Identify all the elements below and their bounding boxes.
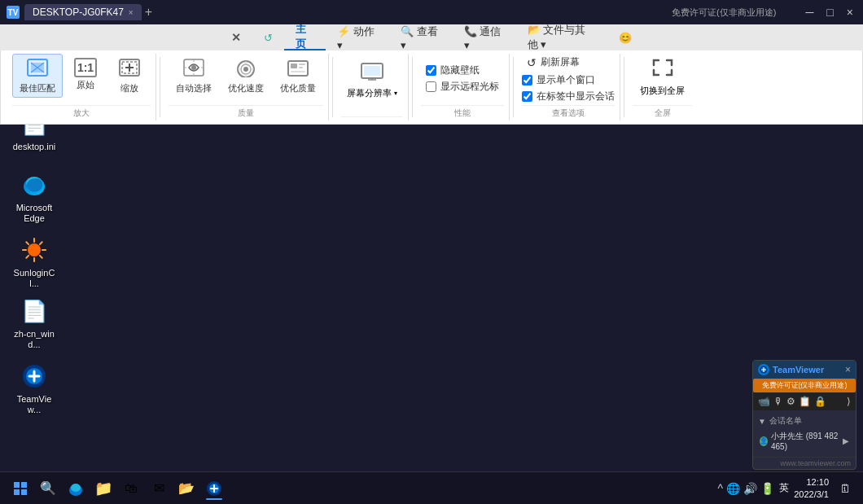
- tv-toolbar-clipboard[interactable]: 📋: [799, 396, 811, 407]
- hide-wallpaper-checkbox[interactable]: [426, 65, 436, 76]
- svg-rect-9: [288, 61, 308, 76]
- divider5: [624, 57, 624, 117]
- svg-point-5: [191, 65, 196, 70]
- svg-point-8: [243, 67, 248, 72]
- show-remote-cursor-checkbox[interactable]: [426, 81, 436, 92]
- tab-file[interactable]: 📂 文件与其他 ▾: [516, 24, 607, 50]
- tab-action[interactable]: ⚡ 动作 ▾: [326, 24, 389, 50]
- tab-label: DESKTOP-JG0FK47: [33, 7, 124, 18]
- tv-toolbar-mic[interactable]: 🎙: [773, 396, 783, 407]
- view-options-items: ↺ 刷新屏幕 显示单个窗口 在标签中显示会话: [522, 54, 615, 103]
- fullscreen-icon: [651, 58, 674, 82]
- tv-section-header: ▼ 会话名单: [758, 414, 851, 428]
- show-session-tab-checkbox[interactable]: [522, 91, 532, 102]
- zoom-icon: [118, 58, 141, 81]
- taskbar-teamviewer[interactable]: [200, 475, 228, 502]
- tv-toolbar-settings[interactable]: ⚙: [786, 396, 795, 407]
- view-options-group: ↺ 刷新屏幕 显示单个窗口 在标签中显示会话 查看选项: [517, 54, 620, 121]
- title-right: 免费许可证(仅非商业用途) ─ □ ×: [672, 6, 856, 19]
- original-button[interactable]: 1:1 原始: [64, 54, 107, 94]
- notification-button[interactable]: 🗓: [834, 477, 856, 500]
- screen-res-icon: [360, 61, 384, 85]
- maximize-button[interactable]: □: [823, 6, 836, 19]
- tab-view[interactable]: 🔍 查看 ▾: [389, 24, 453, 50]
- desktop-icon-zhcn[interactable]: 📄 zh-cn_wind...: [8, 293, 60, 353]
- best-fit-label: 最佳匹配: [20, 83, 55, 94]
- tray-battery[interactable]: 🔋: [760, 482, 774, 495]
- opt-quality-button[interactable]: 优化质量: [273, 54, 323, 98]
- screen-res-arrow: ▾: [394, 90, 397, 97]
- teamviewer-desktop-icon: [20, 362, 49, 391]
- taskbar-edge[interactable]: [62, 475, 90, 502]
- fullscreen-button[interactable]: 切换到全屏: [633, 54, 692, 101]
- ribbon-tabs: ✕ ↺ 主页 ⚡ 动作 ▾ 🔍 查看 ▾ 📞 通信 ▾ 📂 文件与其他 ▾ 😊: [0, 24, 863, 50]
- zoom-group-label: 放大: [12, 105, 151, 121]
- opt-speed-button[interactable]: 优化速度: [221, 54, 271, 98]
- show-session-tab-check[interactable]: 在标签中显示会话: [522, 90, 615, 103]
- tab-emoji[interactable]: 😊: [607, 24, 643, 50]
- license-notice: 免费许可证(仅非商业用途): [672, 7, 776, 19]
- original-label: 原始: [77, 80, 94, 90]
- svg-rect-11: [299, 64, 305, 65]
- divider2: [332, 57, 333, 117]
- show-single-window-check[interactable]: 显示单个窗口: [522, 73, 615, 87]
- tray-volume[interactable]: 🔊: [743, 482, 757, 495]
- minimize-button[interactable]: ─: [802, 6, 817, 19]
- tv-section-arrow: ▼: [758, 417, 766, 426]
- tray-icons: ^ 🌐 🔊 🔋: [718, 482, 775, 495]
- quality-group-label: 质量: [169, 105, 323, 121]
- tray-expand[interactable]: ^: [718, 482, 724, 495]
- start-button[interactable]: [7, 475, 34, 502]
- tv-popup-close[interactable]: ×: [845, 364, 851, 375]
- active-tab[interactable]: DESKTOP-JG0FK47 ×: [24, 4, 142, 20]
- tv-contact-arrow[interactable]: ▶: [843, 436, 849, 445]
- tab-main[interactable]: 主页: [284, 24, 326, 50]
- svg-point-26: [71, 484, 81, 492]
- tv-toolbar-video[interactable]: 📹: [758, 396, 770, 407]
- edge-icon: [20, 170, 49, 199]
- edge-label: MicrosoftEdge: [16, 203, 53, 224]
- taskbar-explorer[interactable]: 📁: [90, 475, 117, 502]
- show-remote-cursor-label: 显示远程光标: [440, 80, 499, 94]
- add-tab-button[interactable]: +: [145, 5, 152, 20]
- taskbar-tray: ^ 🌐 🔊 🔋 英 12:10 2022/3/1 🗓: [718, 476, 856, 500]
- taskbar-mail[interactable]: ✉: [145, 475, 173, 502]
- tv-toolbar-expand[interactable]: ⟩: [847, 396, 851, 407]
- taskbar-store[interactable]: 🛍: [117, 475, 145, 502]
- desktop-icon-sunlogin[interactable]: SunloginCl...: [8, 232, 60, 292]
- tray-date: 2022/3/1: [794, 489, 829, 500]
- show-remote-cursor-check[interactable]: 显示远程光标: [426, 80, 499, 94]
- screen-res-label: 屏幕分辨率 ▾: [347, 87, 397, 99]
- window-controls: ─ □ ×: [802, 6, 856, 19]
- performance-group: 隐藏壁纸 显示远程光标 性能: [416, 54, 510, 121]
- hide-wallpaper-check[interactable]: 隐藏壁纸: [426, 64, 499, 77]
- desktop-icon-edge[interactable]: MicrosoftEdge: [8, 167, 60, 227]
- tv-contact[interactable]: 👤 小井先生 (891 482 465) ▶: [758, 428, 851, 454]
- taskbar-folder[interactable]: 📂: [173, 475, 200, 502]
- tab-refresh-icon[interactable]: ↺: [252, 24, 284, 50]
- svg-rect-15: [364, 66, 380, 76]
- tray-keyboard[interactable]: 英: [779, 481, 789, 495]
- desktop-icon-teamviewer[interactable]: TeamView...: [8, 358, 60, 419]
- quality-group: 自动选择 优化速度: [164, 54, 329, 121]
- performance-checks: 隐藏壁纸 显示远程光标: [421, 64, 504, 94]
- show-single-window-checkbox[interactable]: [522, 75, 532, 85]
- tray-time[interactable]: 12:10 2022/3/1: [794, 476, 829, 500]
- close-button[interactable]: ×: [843, 6, 856, 19]
- resolution-group-label: [341, 116, 403, 121]
- tv-toolbar-lock[interactable]: 🔒: [814, 396, 826, 407]
- screen-res-button[interactable]: 屏幕分辨率 ▾: [341, 54, 403, 103]
- tab-close-icon[interactable]: ✕: [220, 24, 252, 50]
- zoom-button[interactable]: 缩放: [108, 54, 151, 98]
- tab-comm[interactable]: 📞 通信 ▾: [453, 24, 516, 50]
- ribbon-toolbar: ✕ ↺ 主页 ⚡ 动作 ▾ 🔍 查看 ▾ 📞 通信 ▾ 📂 文件与其他 ▾ 😊: [0, 24, 863, 125]
- tab-close-button[interactable]: ×: [129, 8, 134, 17]
- svg-rect-24: [21, 489, 27, 495]
- best-fit-button[interactable]: 最佳匹配: [12, 54, 63, 98]
- tray-network[interactable]: 🌐: [726, 482, 740, 495]
- fullscreen-group-label: 全屏: [633, 105, 692, 121]
- refresh-screen-button[interactable]: ↺ 刷新屏幕: [522, 54, 615, 71]
- tv-contact-avatar: 👤: [760, 436, 768, 446]
- taskbar-search[interactable]: 🔍: [34, 475, 62, 502]
- auto-select-button[interactable]: 自动选择: [169, 54, 219, 98]
